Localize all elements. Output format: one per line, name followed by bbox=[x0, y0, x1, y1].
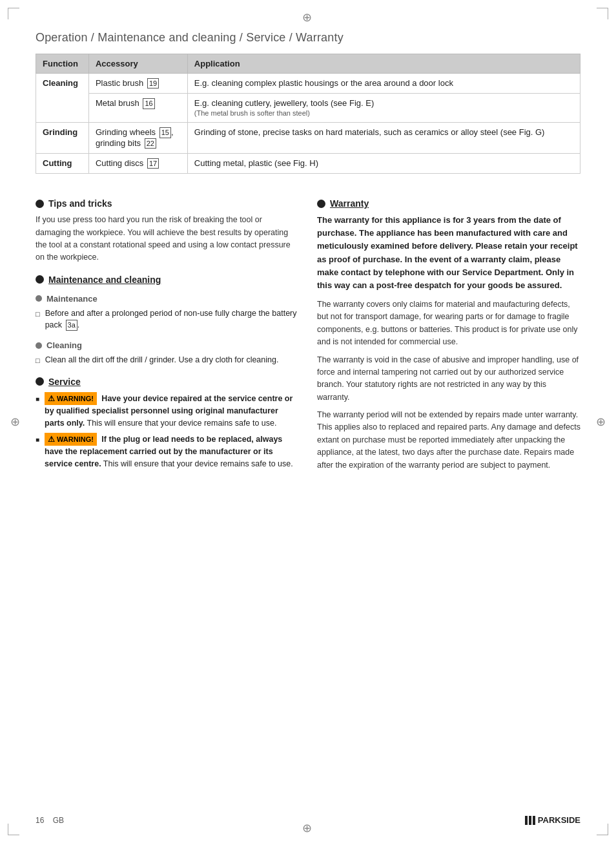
table-row: Metal brush 16 E.g. cleaning cutlery, je… bbox=[36, 94, 580, 123]
crosshair-right bbox=[596, 415, 606, 429]
accessory-plastic-brush: Plastic brush 19 bbox=[88, 74, 187, 94]
two-column-layout: Tips and tricks If you use press too har… bbox=[36, 188, 580, 477]
brand-stripes-icon bbox=[525, 816, 535, 825]
maintenance-item-text: Before and after a prolonged period of n… bbox=[45, 307, 299, 332]
bullet-icon bbox=[36, 377, 44, 386]
tips-heading: Tips and tricks bbox=[36, 198, 299, 209]
service-heading: Service bbox=[36, 377, 299, 387]
sub-bullet-icon bbox=[36, 295, 42, 302]
footer-page-num: 16 bbox=[36, 816, 44, 825]
metal-brush-note: (The metal brush is softer than steel) bbox=[194, 109, 310, 117]
col-application: Application bbox=[187, 54, 580, 74]
warning-badge-1: ⚠ WARNING! bbox=[45, 392, 97, 405]
table-row: Grinding Grinding wheels 15, grinding bi… bbox=[36, 123, 580, 154]
maintenance-sub-label: Maintenance bbox=[46, 294, 98, 304]
function-table: Function Accessory Application Cleaning … bbox=[36, 54, 580, 174]
col-function: Function bbox=[36, 54, 89, 74]
crosshair-top bbox=[302, 10, 314, 22]
num-16: 16 bbox=[143, 98, 154, 109]
bullet-icon bbox=[317, 200, 325, 208]
warranty-p1: The warranty covers only claims for mate… bbox=[317, 298, 580, 349]
accessory-cutting: Cutting discs 17 bbox=[88, 153, 187, 173]
warning-badge-2: ⚠ WARNING! bbox=[45, 433, 97, 446]
warranty-p3: The warranty period will not be extended… bbox=[317, 409, 580, 472]
corner-mark-br bbox=[597, 824, 608, 835]
footer-brand: PARKSIDE bbox=[525, 815, 580, 825]
page: Operation / Maintenance and cleaning / S… bbox=[0, 0, 616, 843]
footer-lang: GB bbox=[53, 816, 64, 825]
application-cutting: Cutting metal, plastic (see Fig. H) bbox=[187, 153, 580, 173]
table-row: Cutting Cutting discs 17 Cutting metal, … bbox=[36, 153, 580, 173]
application-grinding: Grinding of stone, precise tasks on hard… bbox=[187, 123, 580, 154]
warranty-heading: Warranty bbox=[317, 198, 580, 209]
footer: 16 GB PARKSIDE bbox=[0, 815, 616, 825]
maintenance-list: Before and after a prolonged period of n… bbox=[36, 307, 299, 332]
num-15: 15 bbox=[159, 127, 171, 138]
warning-triangle-icon-2: ⚠ bbox=[48, 433, 55, 445]
service-item-2: ⚠ WARNING! If the plug or lead needs to … bbox=[36, 433, 299, 470]
num-17: 17 bbox=[147, 158, 159, 169]
maintenance-cleaning-label: Maintenance and cleaning bbox=[48, 275, 161, 285]
warranty-heading-label: Warranty bbox=[330, 198, 369, 209]
cleaning-sub-label: Cleaning bbox=[46, 340, 82, 350]
tips-text: If you use press too hard you run the ri… bbox=[36, 214, 299, 264]
left-column: Tips and tricks If you use press too har… bbox=[36, 188, 299, 477]
warning-label-2: WARNING! bbox=[57, 434, 94, 445]
service-item-1: ⚠ WARNING! Have your device repaired at … bbox=[36, 392, 299, 430]
cleaning-item: Clean all the dirt off the drill / grind… bbox=[36, 354, 299, 366]
num-19: 19 bbox=[147, 78, 159, 88]
crosshair-left bbox=[10, 415, 20, 429]
bullet-icon bbox=[36, 275, 44, 284]
accessory-grinding: Grinding wheels 15, grinding bits 22 bbox=[88, 123, 187, 154]
brand-name: PARKSIDE bbox=[538, 815, 580, 825]
table-row: Cleaning Plastic brush 19 E.g. cleaning … bbox=[36, 74, 580, 94]
cleaning-item-text: Clean all the dirt off the drill / grind… bbox=[45, 354, 279, 366]
cleaning-list: Clean all the dirt off the drill / grind… bbox=[36, 354, 299, 366]
cleaning-sub-heading: Cleaning bbox=[36, 340, 299, 350]
application-metal-brush: E.g. cleaning cutlery, jewellery, tools … bbox=[187, 94, 580, 123]
service-item-2-text: ⚠ WARNING! If the plug or lead needs to … bbox=[45, 433, 299, 470]
function-cutting: Cutting bbox=[36, 153, 89, 173]
corner-mark-bl bbox=[8, 824, 19, 835]
warranty-bold-text: The warranty for this appliance is for 3… bbox=[317, 214, 580, 292]
service-list: ⚠ WARNING! Have your device repaired at … bbox=[36, 392, 299, 470]
footer-page-info: 16 GB bbox=[36, 816, 64, 825]
right-column: Warranty The warranty for this appliance… bbox=[317, 188, 580, 477]
application-plastic-brush: E.g. cleaning complex plastic housings o… bbox=[187, 74, 580, 94]
service-item-1-text: ⚠ WARNING! Have your device repaired at … bbox=[45, 392, 299, 430]
maintenance-item: Before and after a prolonged period of n… bbox=[36, 307, 299, 332]
corner-mark-tr bbox=[597, 8, 608, 19]
corner-mark-tl bbox=[8, 8, 19, 19]
warning-triangle-icon: ⚠ bbox=[48, 393, 55, 404]
num-22: 22 bbox=[145, 138, 156, 149]
maintenance-sub-heading: Maintenance bbox=[36, 294, 299, 304]
bullet-icon bbox=[36, 200, 44, 208]
col-accessory: Accessory bbox=[88, 54, 187, 74]
page-title: Operation / Maintenance and cleaning / S… bbox=[36, 31, 580, 45]
sub-bullet-icon bbox=[36, 342, 42, 349]
tips-heading-label: Tips and tricks bbox=[48, 198, 112, 209]
accessory-metal-brush: Metal brush 16 bbox=[88, 94, 187, 123]
function-cleaning: Cleaning bbox=[36, 74, 89, 123]
num-3a: 3a bbox=[66, 320, 77, 330]
warning-label-1: WARNING! bbox=[57, 393, 94, 404]
warranty-p2: The warranty is void in the case of abus… bbox=[317, 354, 580, 404]
service-heading-label: Service bbox=[48, 377, 81, 387]
function-grinding: Grinding bbox=[36, 123, 89, 154]
maintenance-cleaning-heading: Maintenance and cleaning bbox=[36, 275, 299, 285]
